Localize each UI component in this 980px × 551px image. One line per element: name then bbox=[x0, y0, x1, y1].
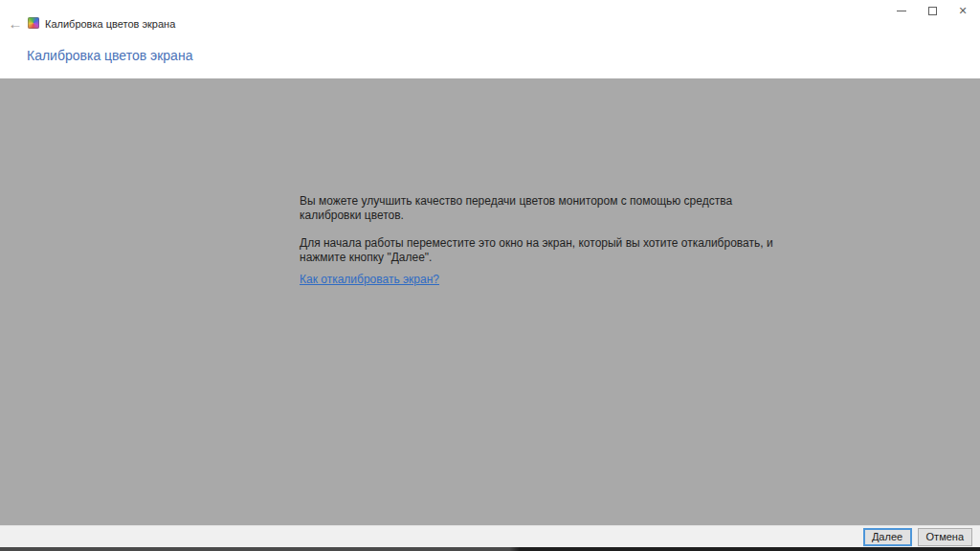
maximize-button[interactable] bbox=[917, 0, 947, 21]
header: ← Калибровка цветов экрана ✕ Калибровка … bbox=[0, 0, 980, 78]
close-button[interactable]: ✕ bbox=[947, 0, 978, 21]
back-button[interactable]: ← bbox=[4, 13, 27, 33]
maximize-icon bbox=[928, 7, 937, 15]
page-title: Калибровка цветов экрана bbox=[27, 48, 192, 63]
display-color-calibration-window: ← Калибровка цветов экрана ✕ Калибровка … bbox=[0, 0, 980, 551]
display-calibration-icon bbox=[28, 17, 39, 29]
cancel-button[interactable]: Отмена bbox=[918, 528, 972, 546]
taskbar-strip bbox=[0, 547, 980, 551]
footer-button-bar: Далее Отмена bbox=[0, 525, 980, 547]
window-title: Калибровка цветов экрана bbox=[45, 18, 175, 30]
back-arrow-icon: ← bbox=[9, 16, 23, 31]
window-controls: ✕ bbox=[886, 0, 978, 21]
intro-paragraph-line: калибровки цветов. bbox=[300, 209, 711, 223]
instruction-paragraph-line: нажмите кнопку "Далее". bbox=[300, 251, 711, 265]
next-button[interactable]: Далее bbox=[863, 528, 912, 546]
intro-paragraph-line: Вы можете улучшить качество передачи цве… bbox=[300, 194, 711, 209]
how-to-calibrate-link[interactable]: Как откалибровать экран? bbox=[300, 273, 439, 287]
minimize-icon bbox=[897, 11, 906, 11]
instruction-paragraph-line: Для начала работы переместите это окно н… bbox=[300, 236, 711, 251]
minimize-button[interactable] bbox=[886, 0, 917, 21]
close-icon: ✕ bbox=[958, 6, 967, 16]
text-block: Вы можете улучшить качество передачи цве… bbox=[300, 194, 711, 287]
content-area: Вы можете улучшить качество передачи цве… bbox=[0, 78, 980, 525]
